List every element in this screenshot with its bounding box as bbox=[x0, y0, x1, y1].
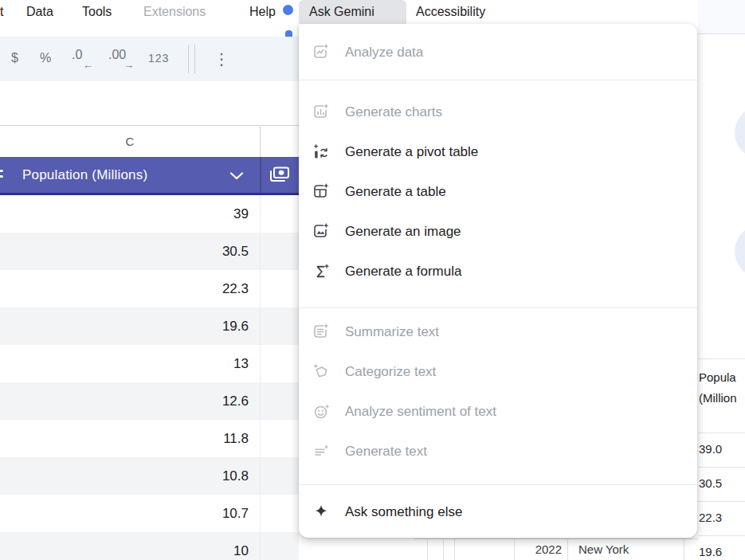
filter-icon-fragment bbox=[0, 175, 3, 178]
decrease-decimal-button[interactable]: .0 bbox=[72, 47, 82, 63]
cell-gridline bbox=[427, 539, 428, 560]
table-icon bbox=[312, 182, 331, 202]
currency-format-button[interactable]: $ bbox=[11, 50, 18, 66]
menubar-item-extensions[interactable]: Extensions bbox=[143, 1, 206, 23]
preview-table-border bbox=[698, 535, 745, 536]
preview-table-value: 22.3 bbox=[699, 508, 722, 527]
menubar-item-tools[interactable]: Tools bbox=[82, 1, 112, 23]
population-cell[interactable]: 13 bbox=[0, 345, 249, 382]
side-panel-pill-button[interactable] bbox=[735, 106, 745, 159]
gemini-blue-fragment-icon bbox=[285, 30, 292, 37]
preview-table-value: 39.0 bbox=[699, 440, 722, 459]
more-options-icon[interactable]: ⋮ bbox=[214, 48, 229, 70]
menu-divider bbox=[299, 80, 697, 80]
preview-table-border bbox=[698, 358, 745, 359]
sentiment-smiley-icon bbox=[312, 402, 331, 421]
decrease-decimal-arrow-icon: ← bbox=[83, 59, 93, 71]
menu-item-generate-pivot-table[interactable]: Generate a pivot table bbox=[299, 132, 697, 172]
number-format-button[interactable]: 123 bbox=[148, 50, 169, 66]
gemini-blue-dot-icon bbox=[283, 5, 293, 15]
population-cell[interactable]: 11.8 bbox=[0, 420, 249, 457]
preview-table-header-line1: Popula bbox=[699, 368, 736, 387]
side-panel-header bbox=[698, 0, 745, 34]
table-body: 39 30.5 22.3 19.6 13 12.6 11.8 10.8 10.7… bbox=[0, 195, 299, 560]
city-cell[interactable]: New York bbox=[578, 539, 629, 560]
menu-item-analyze-data: Analyze data bbox=[299, 33, 697, 72]
pivot-table-icon bbox=[312, 143, 331, 162]
filter-icon-fragment bbox=[0, 170, 3, 172]
menubar-item-help[interactable]: Help bbox=[249, 1, 276, 23]
population-cell[interactable]: 10 bbox=[0, 532, 249, 560]
menu-item-generate-table[interactable]: Generate a table bbox=[299, 172, 697, 212]
preview-table-border bbox=[698, 501, 745, 502]
generate-charts-icon bbox=[312, 103, 331, 122]
menu-divider bbox=[299, 484, 697, 485]
preview-table-value: 19.6 bbox=[699, 542, 722, 560]
ask-gemini-menu: Analyze data Generate charts Generate a … bbox=[299, 24, 697, 538]
sheets-app: t Data Tools Extensions Help Ask Gemini … bbox=[0, 0, 745, 560]
toolbar-divider bbox=[188, 45, 189, 73]
column-gridline bbox=[260, 195, 261, 560]
population-cell[interactable]: 12.6 bbox=[0, 382, 249, 420]
menubar-item-partial[interactable]: t bbox=[0, 1, 3, 23]
increase-decimal-arrow-icon: → bbox=[124, 59, 134, 71]
table-row[interactable]: 10 bbox=[0, 532, 299, 560]
menu-item-analyze-sentiment: Analyze sentiment of text bbox=[299, 392, 697, 432]
image-icon bbox=[312, 222, 331, 241]
preview-table-border bbox=[698, 433, 745, 433]
sparkle-icon bbox=[312, 503, 331, 522]
table-row[interactable]: 30.5 bbox=[0, 233, 299, 270]
table-header-row[interactable]: Population (Millions) bbox=[0, 157, 299, 195]
table-row[interactable]: 19.6 bbox=[0, 307, 299, 345]
population-cell[interactable]: 19.6 bbox=[0, 307, 249, 345]
cell-gridline bbox=[443, 539, 444, 560]
table-row[interactable]: 10.7 bbox=[0, 495, 299, 532]
summarize-icon bbox=[312, 323, 331, 342]
payments-icon[interactable] bbox=[269, 166, 291, 185]
table-header-title: Population (Millions) bbox=[22, 157, 147, 193]
table-row[interactable]: 22.3 bbox=[0, 270, 299, 307]
preview-table-value: 30.5 bbox=[699, 474, 722, 493]
column-boundary-in-header bbox=[260, 157, 261, 193]
year-cell[interactable]: 2022 bbox=[514, 539, 562, 560]
population-cell[interactable]: 10.8 bbox=[0, 457, 249, 495]
population-cell[interactable]: 10.7 bbox=[0, 495, 249, 532]
toolbar-divider bbox=[194, 45, 195, 73]
text-lines-icon bbox=[312, 442, 331, 461]
preview-table-header-line2: (Million bbox=[699, 389, 737, 408]
menu-item-generate-text: Generate text bbox=[299, 432, 697, 472]
percent-format-button[interactable]: % bbox=[40, 50, 51, 66]
column-header-c[interactable]: C bbox=[0, 126, 260, 157]
gemini-side-panel: Popula (Million 39.0 30.5 22.3 19.6 bbox=[698, 0, 745, 560]
population-cell[interactable]: 22.3 bbox=[0, 270, 249, 307]
cell-gridline bbox=[454, 539, 455, 560]
menubar-item-ask-gemini[interactable]: Ask Gemini bbox=[309, 1, 374, 23]
table-row[interactable]: 10.8 bbox=[0, 457, 299, 495]
table-row[interactable]: 13 bbox=[0, 345, 299, 382]
preview-table-border bbox=[698, 467, 745, 468]
formula-sigma-icon bbox=[312, 262, 331, 281]
analyze-data-icon bbox=[312, 43, 331, 62]
column-boundary[interactable] bbox=[260, 125, 261, 157]
menu-divider bbox=[299, 307, 697, 308]
menu-item-ask-something-else[interactable]: Ask something else bbox=[299, 492, 697, 532]
table-row[interactable]: 39 bbox=[0, 195, 299, 233]
side-panel-pill-button[interactable] bbox=[735, 225, 745, 278]
menubar-item-data[interactable]: Data bbox=[26, 1, 53, 23]
chevron-down-icon[interactable] bbox=[229, 172, 244, 180]
menu-item-generate-charts: Generate charts bbox=[299, 92, 697, 132]
menubar-item-accessibility[interactable]: Accessibility bbox=[416, 1, 485, 23]
cell-gridline bbox=[684, 539, 684, 560]
cell-gridline bbox=[567, 539, 568, 560]
table-row[interactable]: 12.6 bbox=[0, 382, 299, 420]
menu-item-summarize-text: Summarize text bbox=[299, 312, 697, 352]
categorize-tag-icon bbox=[312, 362, 331, 382]
menu-item-generate-formula[interactable]: Generate a formula bbox=[299, 252, 697, 292]
menu-item-generate-image[interactable]: Generate an image bbox=[299, 212, 697, 252]
table-row[interactable]: 11.8 bbox=[0, 420, 299, 457]
menu-item-categorize-text: Categorize text bbox=[299, 352, 697, 392]
formatting-toolbar: $ % .0 ← .00 → 123 ⋮ bbox=[0, 37, 303, 81]
population-cell[interactable]: 39 bbox=[0, 195, 249, 233]
population-cell[interactable]: 30.5 bbox=[0, 233, 249, 270]
